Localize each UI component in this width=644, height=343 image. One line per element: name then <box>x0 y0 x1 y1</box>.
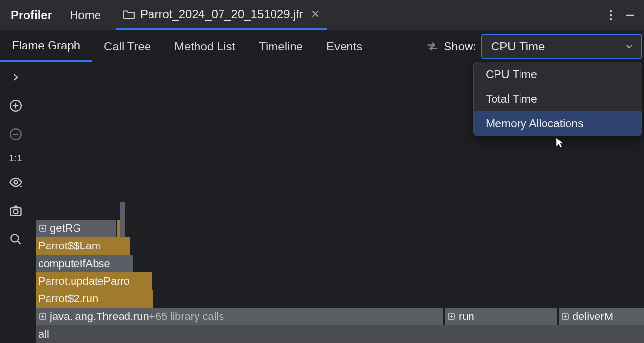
show-dropdown-popup: CPU Time Total Time Memory Allocations <box>473 62 642 136</box>
flame-frame-label: java.lang.Thread.run <box>50 310 149 323</box>
show-label: Show: <box>444 40 476 53</box>
folder-icon <box>123 9 135 20</box>
svg-point-2 <box>610 18 612 20</box>
tab-timeline[interactable]: Timeline <box>247 30 315 62</box>
flame-sliver[interactable] <box>120 202 125 220</box>
zoom-out-icon[interactable] <box>6 124 25 144</box>
flame-frame[interactable]: deliverM <box>559 308 644 325</box>
option-cpu-time[interactable]: CPU Time <box>474 62 642 87</box>
svg-point-9 <box>14 181 17 184</box>
svg-point-12 <box>11 234 18 242</box>
expand-icon <box>38 312 47 321</box>
flame-frame[interactable]: Parrot$2.run <box>36 290 153 308</box>
chevron-down-icon <box>625 42 634 51</box>
svg-point-11 <box>13 209 18 214</box>
flame-frame-label: deliverM <box>572 310 613 323</box>
flame-frame[interactable]: java.lang.Thread.run +65 library calls <box>36 308 443 325</box>
flame-frame-label: Parrot$$Lam <box>38 240 100 252</box>
expand-icon <box>38 224 47 233</box>
view-tabs-bar: Flame Graph Call Tree Method List Timeli… <box>0 30 644 63</box>
camera-icon[interactable] <box>6 201 25 220</box>
flame-frame[interactable]: Parrot.updateParro <box>36 272 152 290</box>
search-icon[interactable] <box>6 229 25 249</box>
flame-frame-label: run <box>459 310 474 323</box>
close-tab-icon[interactable]: ✕ <box>311 9 320 20</box>
file-tab[interactable]: Parrot_2024_07_20_151029.jfr ✕ <box>116 0 327 30</box>
show-dropdown-value: CPU Time <box>491 40 545 53</box>
tab-flame-graph[interactable]: Flame Graph <box>0 30 92 62</box>
flame-frame-label: getRG <box>50 222 81 235</box>
expand-icon <box>561 312 570 321</box>
title-bar: Profiler Home Parrot_2024_07_20_151029.j… <box>0 0 644 30</box>
flame-frame[interactable]: run <box>445 308 557 325</box>
tab-call-tree[interactable]: Call Tree <box>92 30 163 62</box>
flame-frame-label: Parrot.updateParro <box>38 275 130 288</box>
more-icon[interactable] <box>601 5 620 25</box>
left-toolbar: 1:1 <box>0 63 31 343</box>
swap-icon[interactable] <box>424 38 441 55</box>
zoom-in-icon[interactable] <box>6 96 25 116</box>
svg-line-13 <box>17 241 21 244</box>
minimize-icon[interactable] <box>620 5 640 25</box>
option-total-time[interactable]: Total Time <box>474 87 642 111</box>
svg-point-1 <box>610 14 612 16</box>
tab-method-list[interactable]: Method List <box>163 30 247 62</box>
flame-frame-suffix: +65 library calls <box>149 310 224 323</box>
flame-frame[interactable]: computeIfAbse <box>36 255 133 272</box>
expand-right-icon[interactable] <box>6 68 25 87</box>
flame-frame-label: computeIfAbse <box>38 257 110 270</box>
flame-frame-label: Parrot$2.run <box>38 293 98 305</box>
eye-icon[interactable] <box>6 172 25 192</box>
flame-frame-empty[interactable] <box>86 220 116 237</box>
flame-frame-tiny[interactable] <box>120 220 125 237</box>
show-dropdown[interactable]: CPU Time <box>481 34 642 59</box>
svg-point-0 <box>610 10 612 12</box>
flame-frame-all[interactable]: all <box>36 325 644 343</box>
flame-frame-label: all <box>38 328 49 341</box>
expand-icon <box>447 312 456 321</box>
flame-frame[interactable]: Parrot$$Lam <box>36 237 130 255</box>
home-tab[interactable]: Home <box>70 8 101 22</box>
reset-zoom-button[interactable]: 1:1 <box>9 153 22 164</box>
tool-title: Profiler <box>11 8 52 22</box>
file-tab-label: Parrot_2024_07_20_151029.jfr <box>140 7 303 21</box>
flame-frame[interactable]: getRG <box>36 220 86 237</box>
tab-events[interactable]: Events <box>315 30 374 62</box>
option-memory-allocations[interactable]: Memory Allocations <box>474 111 642 136</box>
